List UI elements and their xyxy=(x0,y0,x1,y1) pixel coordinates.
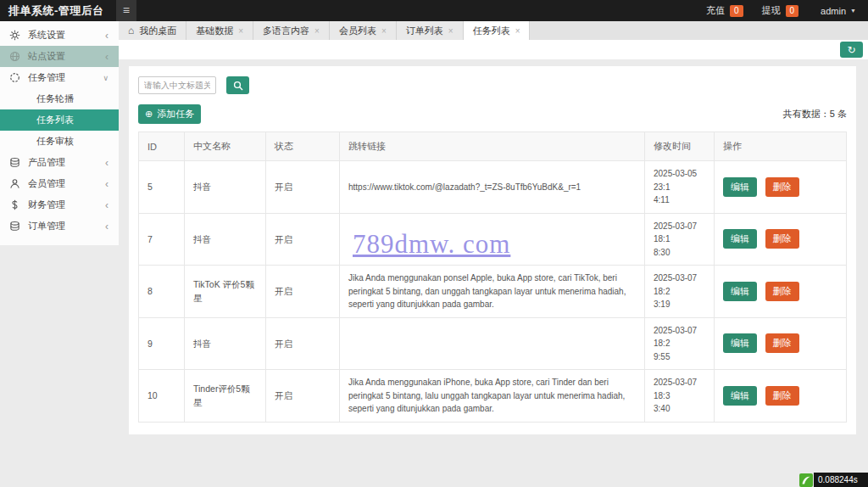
coins-icon xyxy=(9,221,20,232)
task-table: ID 中文名称 状态 跳转链接 修改时间 操作 5 抖音 开启 https://… xyxy=(138,132,847,423)
cell-id: 8 xyxy=(139,266,185,318)
task-list-panel: ⊕ 添加任务 共有数据：5 条 ID 中文名称 状态 跳转链接 修改时间 操作 … xyxy=(129,66,856,434)
app-title: 排单系统-管理后台 xyxy=(8,3,104,19)
tab-order-list[interactable]: 订单列表 × xyxy=(397,21,464,40)
cell-actions: 编辑 删除 xyxy=(715,317,847,370)
tab-label: 基础数据 xyxy=(196,25,233,37)
tab-label: 会员列表 xyxy=(339,25,376,37)
cell-name: 抖音 xyxy=(185,213,266,266)
trace-bar: 0.088244s xyxy=(799,473,868,487)
cell-time: 2025-03-05 23:1 4:11 xyxy=(645,161,715,214)
tab-multilanguage[interactable]: 多语言内容 × xyxy=(253,21,330,40)
sidebar-item-finance-management[interactable]: 财务管理 ‹ xyxy=(0,194,119,216)
search-icon xyxy=(233,81,243,91)
time-line: 3:19 xyxy=(654,298,705,311)
close-icon[interactable]: × xyxy=(515,26,520,36)
refresh-icon: ↻ xyxy=(847,44,855,56)
total-count-text: 共有数据：5 条 xyxy=(783,108,847,120)
close-icon[interactable]: × xyxy=(448,26,453,36)
chevron-left-icon: ‹ xyxy=(105,157,108,169)
cell-name: TikToK 评价5颗星 xyxy=(185,266,266,318)
cell-name: Tinder评价5颗星 xyxy=(185,370,266,423)
sidebar-item-label: 站点设置 xyxy=(28,50,65,63)
sidebar-item-label: 订单管理 xyxy=(28,220,65,232)
sidebar-item-site-settings[interactable]: 站点设置 ‹ xyxy=(0,46,119,67)
add-task-label: 添加任务 xyxy=(157,108,194,120)
hamburger-menu-icon[interactable]: ≡ xyxy=(116,0,136,21)
sidebar-item-task-list[interactable]: 任务列表 xyxy=(0,109,119,131)
content-header-strip: ↻ xyxy=(119,40,868,59)
sidebar-item-label: 产品管理 xyxy=(28,156,65,169)
chevron-left-icon: ‹ xyxy=(105,221,108,232)
sidebar-item-order-management[interactable]: 订单管理 ‹ xyxy=(0,216,119,237)
col-header-time: 修改时间 xyxy=(645,132,715,161)
cell-actions: 编辑 删除 xyxy=(715,370,847,423)
col-header-name: 中文名称 xyxy=(185,132,266,161)
trace-leaf-icon[interactable] xyxy=(799,473,813,487)
table-row: 7 抖音 开启 2025-03-07 18:1 8:30 编辑 删除 xyxy=(139,213,847,266)
sidebar-item-label: 系统设置 xyxy=(28,29,65,42)
tab-member-list[interactable]: 会员列表 × xyxy=(330,21,397,40)
sidebar-item-task-management[interactable]: 任务管理 ∨ xyxy=(0,67,119,88)
delete-button[interactable]: 删除 xyxy=(765,282,799,301)
time-line: 2025-03-07 18:1 xyxy=(654,220,705,246)
recharge-link[interactable]: 充值 0 xyxy=(706,4,743,17)
cell-time: 2025-03-07 18:1 8:30 xyxy=(645,213,715,266)
cell-time: 2025-03-07 18:2 3:19 xyxy=(645,266,715,318)
recharge-badge: 0 xyxy=(730,5,743,17)
search-row xyxy=(138,76,847,94)
chevron-down-icon: ∨ xyxy=(103,74,108,82)
coins-icon xyxy=(9,157,20,168)
gear-icon xyxy=(9,30,20,41)
time-line: 2025-03-05 23:1 xyxy=(654,167,705,193)
edit-button[interactable]: 编辑 xyxy=(723,386,757,406)
delete-button[interactable]: 删除 xyxy=(765,177,799,197)
sidebar-item-task-review[interactable]: 任务审核 xyxy=(0,131,119,152)
close-icon[interactable]: × xyxy=(314,26,320,36)
sidebar-item-member-management[interactable]: 会员管理 ‹ xyxy=(0,173,119,194)
delete-button[interactable]: 删除 xyxy=(765,333,799,353)
cell-link: Jika Anda menggunakan iPhone, buka App s… xyxy=(340,370,645,423)
refresh-button[interactable]: ↻ xyxy=(840,42,863,58)
table-row: 5 抖音 开启 https://www.tiktok.com/@lazadath… xyxy=(139,161,847,214)
edit-button[interactable]: 编辑 xyxy=(723,229,757,249)
tab-task-list[interactable]: 任务列表 × xyxy=(464,21,531,40)
topbar: 排单系统-管理后台 ≡ 充值 0 提现 0 admin ▼ xyxy=(0,0,868,21)
tab-label: 多语言内容 xyxy=(263,25,309,37)
cell-status: 开启 xyxy=(266,161,340,214)
cell-id: 7 xyxy=(139,213,185,266)
cell-status: 开启 xyxy=(266,266,340,318)
tab-basic-data[interactable]: 基础数据 × xyxy=(186,21,253,40)
cell-actions: 编辑 删除 xyxy=(715,266,847,318)
edit-button[interactable]: 编辑 xyxy=(723,282,757,301)
add-task-button[interactable]: ⊕ 添加任务 xyxy=(138,104,201,124)
cell-link xyxy=(340,213,645,266)
search-button[interactable] xyxy=(226,76,249,94)
sidebar-item-task-carousel[interactable]: 任务轮播 xyxy=(0,88,119,109)
cell-id: 10 xyxy=(139,370,185,423)
cell-link: Jika Anda menggunakan ponsel Apple, buka… xyxy=(340,266,645,318)
cell-time: 2025-03-07 18:3 3:40 xyxy=(645,370,715,423)
plus-icon: ⊕ xyxy=(145,109,153,120)
chevron-left-icon: ‹ xyxy=(105,51,108,63)
globe-icon xyxy=(9,51,20,62)
username: admin xyxy=(821,6,846,16)
user-menu[interactable]: admin ▼ xyxy=(821,6,856,16)
withdraw-badge: 0 xyxy=(786,5,799,17)
withdraw-label: 提现 xyxy=(762,4,781,17)
sidebar-item-product-management[interactable]: 产品管理 ‹ xyxy=(0,152,119,173)
sidebar-item-label: 任务审核 xyxy=(36,135,74,148)
delete-button[interactable]: 删除 xyxy=(765,229,799,249)
withdraw-link[interactable]: 提现 0 xyxy=(762,4,799,17)
edit-button[interactable]: 编辑 xyxy=(723,333,757,353)
delete-button[interactable]: 删除 xyxy=(765,386,799,406)
close-icon[interactable]: × xyxy=(381,26,387,36)
sidebar-item-system-settings[interactable]: 系统设置 ‹ xyxy=(0,25,119,46)
edit-button[interactable]: 编辑 xyxy=(723,177,757,197)
tab-my-desktop[interactable]: ⌂ 我的桌面 xyxy=(119,21,186,40)
search-input[interactable] xyxy=(138,76,216,94)
sidebar: 系统设置 ‹ 站点设置 ‹ 任务管理 ∨ 任务轮播 任务列表 任务 xyxy=(0,21,119,487)
close-icon[interactable]: × xyxy=(238,26,243,36)
cell-id: 5 xyxy=(139,161,185,214)
home-icon: ⌂ xyxy=(128,25,134,36)
